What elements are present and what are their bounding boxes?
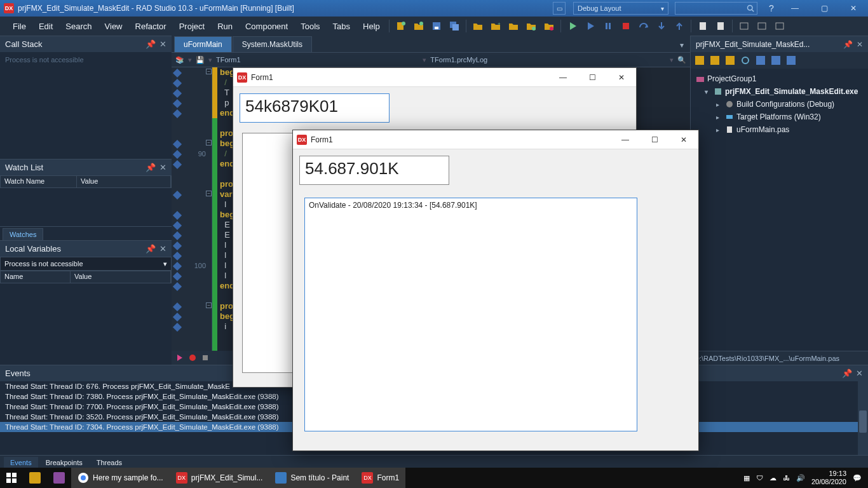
play-icon[interactable] (175, 353, 184, 362)
maximize-button[interactable]: ☐ (578, 68, 607, 87)
pin-icon[interactable]: 📌 (146, 163, 156, 172)
events-scrollbar[interactable] (858, 381, 868, 455)
close-icon[interactable]: ✕ (159, 39, 166, 49)
close-button[interactable]: ✕ (669, 130, 698, 149)
help-icon[interactable]: ? (763, 3, 780, 13)
win3-icon[interactable] (772, 18, 787, 34)
close-icon[interactable]: ✕ (159, 244, 166, 254)
minimize-button[interactable]: — (780, 0, 810, 17)
minimize-button[interactable]: — (548, 68, 578, 87)
close-icon[interactable]: ✕ (856, 369, 863, 378)
proj-add-icon[interactable] (709, 54, 721, 67)
explorer-taskbar[interactable] (23, 468, 47, 488)
maximize-button[interactable]: ☐ (640, 130, 669, 149)
proj-build-icon[interactable] (754, 54, 767, 67)
desktop-icon[interactable]: ▭ (553, 2, 566, 15)
tray-nvidia-icon[interactable]: ▦ (743, 474, 750, 482)
menu-help[interactable]: Help (356, 19, 386, 34)
step-over-icon[interactable] (636, 18, 651, 34)
open-icon[interactable] (411, 18, 426, 34)
open-project-icon[interactable] (470, 18, 485, 34)
proj-new-icon[interactable] (693, 54, 706, 67)
system-tray[interactable]: ▦ 🛡 ☁ 🖧 🔊 19:13 20/08/2020 💬 (743, 470, 868, 486)
tree-exe[interactable]: ▾ prjFMX_Edit_Simulate_MaskEdit.exe (693, 85, 865, 98)
layout-selector[interactable]: Debug Layout ▾ (573, 2, 668, 15)
menu-edit[interactable]: Edit (32, 19, 59, 34)
localvars-col-name[interactable]: Name (1, 271, 71, 283)
new-items-icon[interactable] (393, 18, 409, 34)
pause-icon[interactable] (600, 18, 616, 34)
tab-uformmain[interactable]: uFormMain (174, 36, 232, 52)
proj-collapse-icon[interactable] (785, 54, 797, 67)
rad-taskbar[interactable]: DX prjFMX_Edit_Simul... (170, 468, 269, 488)
tab-events[interactable]: Events (4, 457, 38, 468)
menu-view[interactable]: View (98, 19, 129, 34)
form-a-edit[interactable]: 54k6879K01 (240, 93, 390, 123)
watch-col-value[interactable]: Value (77, 176, 171, 187)
doc-icon[interactable] (695, 18, 710, 34)
crumb-method[interactable]: TForm1.prcMyLog (430, 56, 487, 64)
maximize-button[interactable]: ▢ (810, 0, 839, 17)
form1-taskbar[interactable]: DX Form1 (355, 468, 405, 488)
menu-refactor[interactable]: Refactor (129, 19, 173, 34)
chrome-taskbar[interactable]: Here my sample fo... (71, 468, 170, 488)
pin-icon[interactable]: 📌 (842, 369, 852, 378)
folder-remove-icon[interactable] (541, 18, 557, 34)
menu-search[interactable]: Search (59, 19, 98, 34)
save-all-icon[interactable] (447, 18, 462, 34)
stop-icon[interactable] (618, 18, 634, 34)
minimize-button[interactable]: — (611, 130, 640, 149)
nav-back-icon[interactable]: 📚 (175, 56, 184, 64)
localvars-process-selector[interactable]: Process is not accessible ▾ (0, 257, 172, 271)
close-icon[interactable]: ✕ (159, 163, 166, 172)
close-icon[interactable]: ✕ (857, 40, 863, 49)
pin-icon[interactable]: 📌 (146, 39, 156, 49)
tray-network-icon[interactable]: 🖧 (783, 474, 790, 482)
menu-file[interactable]: File (6, 19, 32, 34)
tray-shield-icon[interactable]: 🛡 (756, 474, 763, 482)
add-project-icon[interactable]: + (488, 18, 503, 34)
ide-search-box[interactable] (675, 2, 757, 15)
proj-remove-icon[interactable] (724, 54, 736, 67)
run-icon[interactable] (565, 18, 580, 34)
tree-target[interactable]: ▸ Target Platforms (Win32) (693, 111, 865, 123)
form-b-titlebar[interactable]: DX Form1 — ☐ ✕ (293, 130, 698, 149)
menu-component[interactable]: Component (239, 19, 294, 34)
menu-tools[interactable]: Tools (294, 19, 326, 34)
menu-run[interactable]: Run (211, 19, 239, 34)
proj-expand-icon[interactable] (770, 54, 782, 67)
folder-add-icon[interactable] (524, 18, 539, 34)
watch-col-name[interactable]: Watch Name (1, 176, 77, 187)
form-a-titlebar[interactable]: DX Form1 — ☐ ✕ (233, 68, 636, 87)
crumb-class[interactable]: TForm1 (216, 56, 241, 64)
tab-maskutils[interactable]: System.MaskUtils (233, 36, 312, 52)
stop-small-icon[interactable] (201, 353, 210, 362)
folder-icon[interactable] (506, 18, 521, 34)
form-b-edit[interactable]: 54.687.901K (299, 156, 449, 185)
save-icon[interactable] (429, 18, 444, 34)
pin-icon[interactable]: 📌 (843, 40, 853, 49)
project-tree[interactable]: ProjectGroup1 ▾ prjFMX_Edit_Simulate_Mas… (691, 69, 868, 140)
tab-breakpoints[interactable]: Breakpoints (39, 457, 89, 468)
step-into-icon[interactable] (654, 18, 669, 34)
watch-tab-watches[interactable]: Watches (3, 228, 43, 240)
menu-project[interactable]: Project (173, 19, 211, 34)
nav-save-icon[interactable]: 💾 (196, 56, 205, 64)
running-form-front[interactable]: DX Form1 — ☐ ✕ 54.687.901K OnValidate - … (292, 130, 699, 451)
win2-icon[interactable] (754, 18, 770, 34)
close-button[interactable]: ✕ (607, 68, 636, 87)
tree-projectgroup[interactable]: ProjectGroup1 (693, 72, 865, 85)
taskbar-clock[interactable]: 19:13 20/08/2020 (811, 470, 846, 486)
form-b-memo[interactable]: OnValidate - 20/08/2020 19:13:34 - [54.6… (304, 198, 637, 431)
notifications-icon[interactable]: 💬 (853, 474, 862, 482)
winrar-taskbar[interactable] (47, 468, 71, 488)
menu-tabs[interactable]: Tabs (327, 19, 356, 34)
search-icon[interactable]: 🔍 (677, 56, 686, 64)
tree-build-config[interactable]: ▸ Build Configurations (Debug) (693, 98, 865, 111)
localvars-col-value[interactable]: Value (71, 271, 171, 283)
record-icon[interactable] (188, 353, 197, 362)
start-button[interactable] (0, 468, 23, 488)
win1-icon[interactable] (736, 18, 752, 34)
step-out-icon[interactable] (672, 18, 687, 34)
tab-threads[interactable]: Threads (90, 457, 128, 468)
